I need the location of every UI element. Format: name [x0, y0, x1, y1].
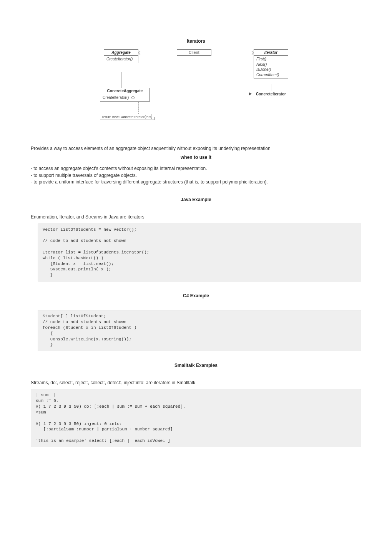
uml-concrete-aggregate-name: ConcreteAggregate [100, 88, 149, 94]
uml-concrete-iterator-name: ConcreteIterator [252, 91, 290, 97]
java-intro: Enumeration, Iterator, and Streams in Ja… [31, 214, 361, 220]
when-item: - to support multiple traversals of aggr… [31, 172, 361, 179]
smalltalk-title: Smalltalk Examples [31, 363, 361, 368]
csharp-code: Student[ ] listOfStudent; // code to add… [38, 310, 361, 351]
when-item: - to access an aggregate object's conten… [31, 165, 361, 172]
uml-aggregate-name: Aggregate [104, 50, 138, 56]
page-title: Iterators [31, 38, 361, 44]
uml-concrete-aggregate-op: CreateIterator() [103, 95, 129, 100]
uml-client-name: Client [177, 50, 211, 55]
smalltalk-intro: Streams, do:, select:, reject:, collect:… [31, 380, 361, 386]
when-title: when to use it [31, 155, 361, 160]
java-code: Vector listOfStudents = new Vector(); //… [38, 223, 361, 282]
uml-note: return new ConcreteIterator(this) [100, 114, 154, 120]
smalltalk-code: | sum | sum := 0. #( 1 7 2 3 9 3 50) do:… [31, 389, 361, 447]
uml-iterator-name: Iterator [254, 50, 288, 56]
java-title: Java Example [31, 197, 361, 202]
when-list: - to access an aggregate object's conten… [31, 165, 361, 185]
uml-diagram: Aggregate CreateIterator() Client Iterat… [31, 49, 361, 130]
uml-aggregate-op: CreateIterator() [104, 56, 138, 63]
when-item: - to provide a uniform interface for tra… [31, 179, 361, 185]
intro-text: Provides a way to access elements of an … [31, 145, 361, 152]
uml-iterator-ops: First() Next() IsDone() CurrentItem() [254, 56, 288, 78]
csharp-title: C# Example [31, 293, 361, 298]
